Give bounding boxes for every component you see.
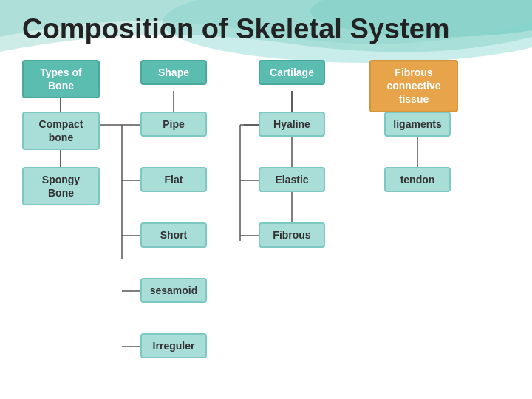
hyaline-box: Hyaline — [259, 112, 325, 137]
page-title: Composition of Skeletal System — [0, 0, 532, 52]
irreguler-box: Irreguler — [140, 333, 207, 358]
sesamoid-box: sesamoid — [140, 278, 207, 303]
fibrous-cartilage-box: Fibrous — [259, 222, 325, 248]
ligaments-box: ligaments — [384, 112, 451, 137]
short-box: Short — [140, 222, 207, 248]
pipe-box: Pipe — [140, 112, 207, 137]
fibrous-ct-header: Fibrous connective tissue — [369, 60, 458, 112]
spongy-bone-box: Spongy Bone — [22, 167, 100, 205]
compact-bone-box: Compact bone — [22, 112, 100, 150]
diagram-wrapper: Types of Bone Compact bone Spongy Bone S… — [22, 60, 510, 370]
cartilage-header: Cartilage — [259, 60, 325, 85]
types-of-bone-header: Types of Bone — [22, 60, 100, 98]
tendon-box: tendon — [384, 167, 451, 192]
shape-header: Shape — [140, 60, 207, 85]
elastic-box: Elastic — [259, 167, 325, 192]
flat-box: Flat — [140, 167, 207, 192]
diagram-area: Types of Bone Compact bone Spongy Bone S… — [0, 52, 532, 370]
